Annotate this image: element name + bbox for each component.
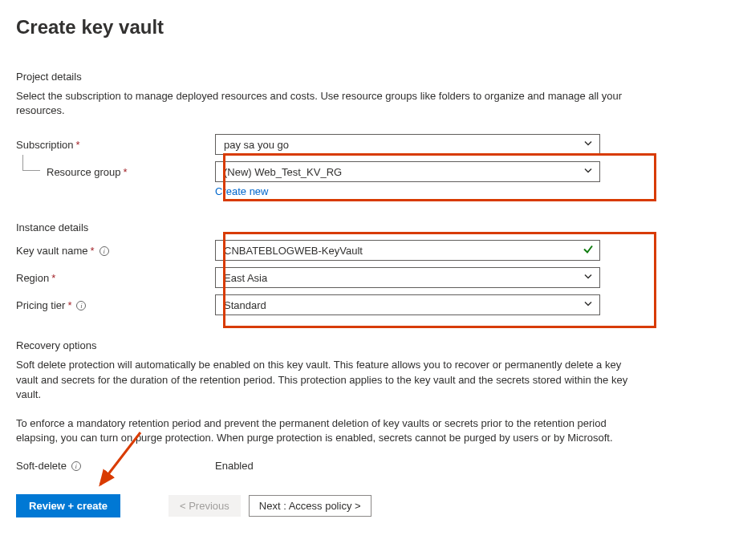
region-dropdown[interactable]: East Asia	[215, 267, 600, 288]
instance-details-section: Instance details Key vault name* i Regio…	[16, 221, 727, 315]
recovery-para-2: To enforce a mandatory retention period …	[16, 416, 642, 445]
chevron-down-icon	[583, 272, 593, 284]
required-indicator: *	[67, 299, 71, 311]
key-vault-name-input[interactable]	[215, 240, 600, 261]
pricing-tier-value: Standard	[224, 299, 266, 311]
region-label: Region*	[16, 267, 215, 284]
project-details-section: Project details Select the subscription …	[16, 71, 727, 197]
info-icon[interactable]: i	[71, 461, 81, 471]
next-button[interactable]: Next : Access policy >	[249, 495, 372, 517]
key-vault-name-label: Key vault name* i	[16, 240, 215, 257]
info-icon[interactable]: i	[76, 301, 86, 310]
subscription-row: Subscription* pay sa you go	[16, 134, 727, 155]
subscription-value: pay sa you go	[224, 139, 289, 151]
subscription-label: Subscription*	[16, 134, 215, 151]
previous-button[interactable]: < Previous	[168, 495, 241, 517]
resource-group-label: Resource group*	[16, 161, 215, 178]
region-value: East Asia	[224, 272, 267, 284]
required-indicator: *	[124, 166, 128, 178]
recovery-options-heading: Recovery options	[16, 339, 727, 351]
footer-buttons: Review + create < Previous Next : Access…	[16, 494, 727, 517]
pricing-tier-row: Pricing tier* i Standard	[16, 294, 727, 315]
project-details-description: Select the subscription to manage deploy…	[16, 89, 626, 118]
required-indicator: *	[91, 245, 95, 257]
chevron-down-icon	[583, 166, 593, 178]
key-vault-name-row: Key vault name* i	[16, 240, 727, 261]
required-indicator: *	[76, 139, 80, 151]
page-title: Create key vault	[16, 16, 727, 39]
resource-group-row: Resource group* (New) Web_Test_KV_RG Cre…	[16, 161, 727, 197]
soft-delete-row: Soft-delete i Enabled	[16, 460, 727, 472]
recovery-para-1: Soft delete protection will automaticall…	[16, 358, 642, 402]
recovery-options-section: Recovery options Soft delete protection …	[16, 339, 727, 472]
create-new-link[interactable]: Create new	[215, 185, 268, 197]
review-create-button[interactable]: Review + create	[16, 494, 120, 517]
resource-group-value: (New) Web_Test_KV_RG	[224, 166, 342, 178]
chevron-down-icon	[583, 299, 593, 311]
project-details-heading: Project details	[16, 71, 727, 83]
region-row: Region* East Asia	[16, 267, 727, 288]
resource-group-dropdown[interactable]: (New) Web_Test_KV_RG	[215, 161, 600, 182]
required-indicator: *	[51, 272, 55, 284]
soft-delete-value: Enabled	[215, 460, 254, 472]
info-icon[interactable]: i	[99, 246, 109, 256]
subscription-dropdown[interactable]: pay sa you go	[215, 134, 600, 155]
chevron-down-icon	[583, 139, 593, 151]
checkmark-icon	[583, 244, 594, 258]
soft-delete-label: Soft-delete i	[16, 460, 215, 472]
pricing-tier-dropdown[interactable]: Standard	[215, 294, 600, 315]
instance-details-heading: Instance details	[16, 221, 727, 233]
tree-connector-icon	[22, 155, 40, 171]
pricing-tier-label: Pricing tier* i	[16, 294, 215, 311]
